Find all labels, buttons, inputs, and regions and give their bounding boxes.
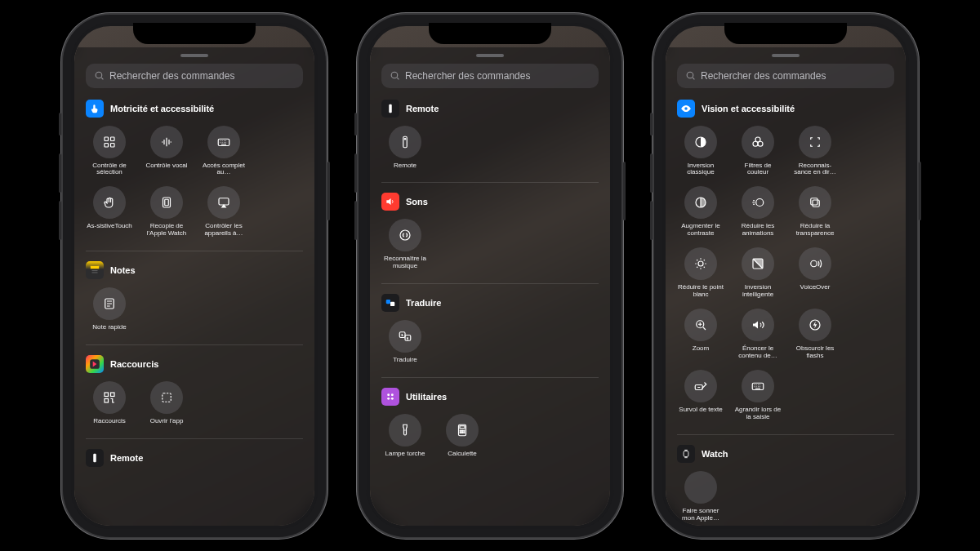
control-item[interactable]: Augmenter le contraste [677, 186, 724, 238]
svg-point-35 [464, 430, 465, 431]
section-title: Remote [110, 453, 143, 463]
section-title: Sons [406, 197, 428, 207]
search-placeholder: Rechercher des commandes [701, 70, 826, 82]
control-item[interactable]: As-sistiveTouch [86, 186, 133, 238]
control-item[interactable]: Calculette [439, 414, 486, 458]
section-header: Utilitaires [381, 388, 599, 406]
control-item[interactable]: Lampe torche [381, 414, 429, 458]
control-item[interactable]: Remote [381, 126, 429, 170]
svg-point-51 [811, 261, 817, 268]
control-label: VoiceOver [800, 284, 831, 291]
control-label: Traduire [393, 357, 417, 364]
svg-point-38 [464, 433, 465, 433]
control-item[interactable]: Faire sonner mon Apple… [677, 471, 724, 522]
svg-point-21 [404, 138, 406, 140]
sheet-grabber[interactable] [180, 54, 208, 57]
controls-scroll[interactable]: RemoteRemoteSonsReconnaître la musiqueTr… [370, 90, 610, 526]
control-item[interactable]: Réduire les animations [734, 186, 782, 238]
phone-frame: Rechercher des commandesVision et access… [662, 23, 909, 529]
keyboard-icon [207, 126, 240, 158]
section: RaccourcisRaccourcisOuvrir l'app [86, 355, 303, 435]
section-header: Motricité et accessibilité [86, 100, 303, 118]
hovertext-icon [684, 370, 717, 402]
section: UtilitairesLampe torcheCalculette [381, 388, 599, 468]
control-label: Augmenter le contraste [677, 223, 724, 238]
svg-point-39 [687, 72, 693, 78]
control-item[interactable]: Contrôle vocal [143, 126, 190, 177]
control-item[interactable]: Contrôle de sélection [86, 126, 133, 177]
control-item[interactable]: Filtres de couleur [734, 126, 782, 177]
torch-icon [389, 414, 421, 447]
control-item[interactable]: Agrandir lors de la saisie [734, 370, 782, 421]
sheet-grabber[interactable] [772, 54, 800, 57]
svg-rect-47 [813, 200, 819, 207]
voice-icon [150, 126, 183, 158]
airplay-icon [207, 186, 240, 219]
section-header: Notes [86, 261, 303, 279]
controls-scroll[interactable]: Vision et accessibilitéInversion classiq… [666, 90, 906, 526]
control-label: Zoom [693, 345, 709, 353]
control-item[interactable]: Traduire [381, 320, 429, 364]
search-input[interactable]: Rechercher des commandes [677, 64, 894, 88]
control-item[interactable]: Survol de texte [677, 370, 724, 421]
search-input[interactable]: Rechercher des commandes [381, 64, 599, 88]
control-item[interactable]: Inversion classique [677, 126, 724, 177]
svg-rect-7 [165, 200, 169, 207]
qr-icon [93, 381, 126, 414]
section-title: Watch [702, 449, 728, 459]
control-item[interactable]: Contrôler les appareils à… [200, 186, 247, 238]
control-item[interactable]: Recopie de l'Apple Watch [143, 186, 190, 238]
controls-scroll[interactable]: Motricité et accessibilitéContrôle de sé… [74, 90, 314, 526]
motion-icon [742, 186, 774, 219]
svg-rect-17 [93, 454, 96, 463]
control-item[interactable]: Inversion intelligente [734, 247, 782, 299]
control-item[interactable]: Réduire le point blanc [677, 247, 724, 299]
section: SonsReconnaître la musique [381, 193, 599, 280]
svg-rect-8 [219, 198, 229, 205]
svg-point-33 [460, 430, 461, 431]
control-label: Survol de texte [679, 407, 722, 414]
control-label: Note rapide [92, 324, 126, 331]
svg-rect-15 [105, 399, 109, 403]
svg-rect-1 [105, 137, 109, 141]
mirror-icon [150, 186, 183, 219]
control-item[interactable]: Énoncer le contenu de… [734, 309, 782, 360]
control-item[interactable]: Ouvrir l'app [143, 381, 190, 425]
svg-point-49 [698, 261, 703, 266]
control-label: Raccourcis [93, 418, 126, 425]
search-input[interactable]: Rechercher des commandes [86, 64, 303, 88]
control-item[interactable]: Réduire la transparence [791, 186, 839, 238]
section: Remote [86, 449, 303, 467]
corners-icon [799, 126, 831, 158]
control-item[interactable]: Accès complet au… [200, 126, 247, 177]
svg-point-22 [400, 230, 410, 240]
control-item[interactable]: Zoom [677, 309, 724, 360]
svg-point-29 [387, 398, 390, 400]
control-item[interactable]: Reconnaître la musique [381, 219, 429, 270]
search-placeholder: Rechercher des commandes [109, 70, 234, 82]
control-label: Recopie de l'Apple Watch [143, 223, 190, 238]
section: Motricité et accessibilitéContrôle de sé… [86, 100, 303, 248]
shortcuts-icon [86, 355, 104, 373]
control-item[interactable]: Note rapide [86, 287, 133, 331]
control-label: Réduire les animations [734, 223, 782, 238]
control-label: Contrôle de sélection [86, 162, 133, 177]
control-label: Ouvrir l'app [150, 418, 184, 425]
search-placeholder: Rechercher des commandes [405, 70, 530, 82]
speaker-icon [742, 309, 774, 341]
section-title: Notes [110, 265, 136, 275]
stacksq-icon [799, 186, 831, 219]
control-label: Reconnaître la musique [381, 256, 429, 270]
control-label: Filtres de couleur [734, 162, 782, 177]
control-item[interactable]: Reconnais-sance en dir… [791, 126, 839, 177]
sheet-grabber[interactable] [476, 54, 504, 57]
svg-rect-56 [684, 451, 688, 457]
control-item[interactable]: VoiceOver [791, 247, 839, 299]
section-header: Remote [381, 100, 599, 118]
flash-icon [799, 309, 831, 341]
svg-rect-19 [389, 104, 392, 113]
section: NotesNote rapide [86, 261, 303, 341]
control-item[interactable]: Obscurcir les flashs [791, 309, 839, 360]
control-label: Agrandir lors de la saisie [734, 407, 782, 421]
control-item[interactable]: Raccourcis [86, 381, 133, 425]
